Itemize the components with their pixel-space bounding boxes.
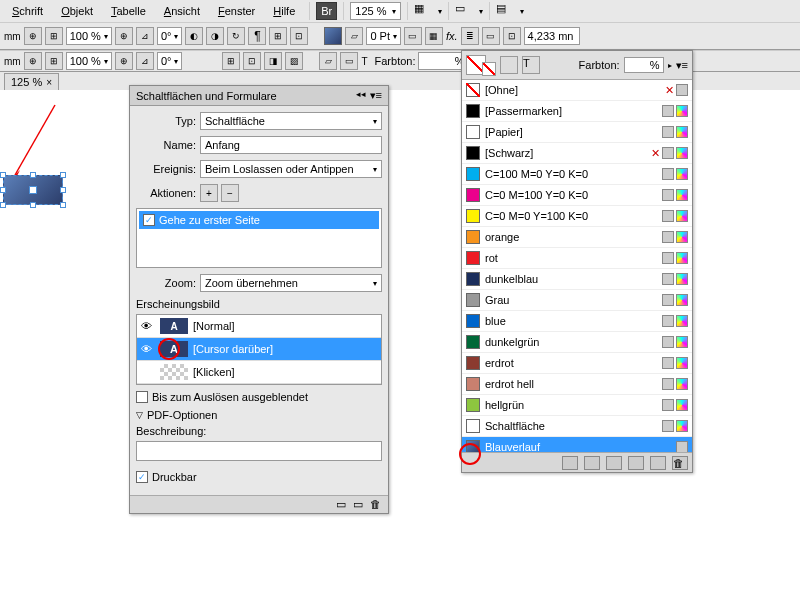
sw-footer-2[interactable] — [584, 456, 600, 470]
fill-swatch[interactable] — [324, 27, 342, 45]
remove-action-button[interactable]: − — [221, 184, 239, 202]
tool-icon-10[interactable]: ≣ — [461, 27, 479, 45]
typ-dropdown[interactable]: Schaltfläche▾ — [200, 112, 382, 130]
arrange-icon[interactable]: ▤ — [496, 2, 518, 20]
swatch-row[interactable]: erdrot — [462, 353, 692, 374]
button-object[interactable]: A — [3, 175, 63, 205]
tint-value[interactable]: % — [624, 57, 664, 73]
swatch-row[interactable]: Grau — [462, 290, 692, 311]
swatch-row[interactable]: erdrot hell — [462, 374, 692, 395]
tool-b10[interactable]: ▭ — [340, 52, 358, 70]
action-checkbox[interactable]: ✓ — [143, 214, 155, 226]
tool-icon-11[interactable]: ▭ — [482, 27, 500, 45]
swatch-row[interactable]: Schaltfläche — [462, 416, 692, 437]
swatches-list[interactable]: [Ohne]✕[Passermarken][Papier][Schwarz]✕C… — [462, 80, 692, 452]
tool-b5[interactable]: ⊞ — [222, 52, 240, 70]
menu-tabelle[interactable]: Tabelle — [103, 2, 154, 20]
state-click[interactable]: [Klicken] — [137, 361, 381, 384]
swatch-row[interactable]: [Passermarken] — [462, 101, 692, 122]
tool-icon-1[interactable]: ⊞ — [45, 27, 63, 45]
menu-ansicht[interactable]: Ansicht — [156, 2, 208, 20]
link-icon-2[interactable]: ⊕ — [115, 27, 133, 45]
link-icon[interactable]: ⊕ — [24, 27, 42, 45]
fx-icon[interactable]: fx. — [446, 30, 458, 42]
visibility-icon[interactable]: 👁 — [141, 343, 155, 355]
tool-b1[interactable]: ⊕ — [24, 52, 42, 70]
shear-field[interactable]: 0°▾ — [157, 52, 183, 70]
tool-icon-5[interactable]: ↻ — [227, 27, 245, 45]
tool-icon-2[interactable]: ⊿ — [136, 27, 154, 45]
swatch-hdr-btn1[interactable] — [500, 56, 518, 74]
name-input[interactable] — [200, 136, 382, 154]
swatch-hdr-btn2[interactable]: T — [522, 56, 540, 74]
hidden-checkbox[interactable] — [136, 391, 148, 403]
tool-b7[interactable]: ◨ — [264, 52, 282, 70]
tool-icon-7[interactable]: ⊡ — [290, 27, 308, 45]
close-tab-icon[interactable]: × — [46, 77, 52, 88]
footer-btn-2[interactable]: ▭ — [353, 498, 367, 512]
panel-menu-icon[interactable]: ▾≡ — [676, 59, 688, 72]
trash-icon[interactable]: 🗑 — [672, 456, 688, 470]
swatch-row[interactable]: orange — [462, 227, 692, 248]
druckbar-row[interactable]: ✓ Druckbar — [136, 471, 382, 483]
add-action-button[interactable]: + — [200, 184, 218, 202]
bridge-button[interactable]: Br — [316, 2, 337, 20]
new-swatch-icon[interactable] — [650, 456, 666, 470]
sw-footer-3[interactable] — [606, 456, 622, 470]
zoom-dropdown-panel[interactable]: Zoom übernehmen▾ — [200, 274, 382, 292]
panel-menu-icon[interactable]: ▾≡ — [370, 89, 382, 102]
footer-btn-1[interactable]: ▭ — [336, 498, 350, 512]
tool-icon-9[interactable]: ▦ — [425, 27, 443, 45]
sw-footer-1[interactable] — [562, 456, 578, 470]
scale-y-field[interactable]: 100 %▾ — [66, 52, 112, 70]
hidden-checkbox-row[interactable]: Bis zum Auslösen ausgeblendet — [136, 391, 382, 403]
rotate-field[interactable]: 0°▾ — [157, 27, 183, 45]
stroke-weight-field[interactable]: 0 Pt▾ — [366, 27, 401, 45]
swatch-row[interactable]: rot — [462, 248, 692, 269]
swatch-row[interactable]: Blauverlauf — [462, 437, 692, 452]
tool-icon-4[interactable]: ◑ — [206, 27, 224, 45]
screen-mode-icon[interactable]: ▭ — [455, 2, 477, 20]
scale-x-field[interactable]: 100 %▾ — [66, 27, 112, 45]
crop-icon[interactable]: ⊡ — [503, 27, 521, 45]
tool-b4[interactable]: ⊿ — [136, 52, 154, 70]
layout-icon[interactable]: ▦ — [414, 2, 436, 20]
menu-hilfe[interactable]: Hilfe — [265, 2, 303, 20]
visibility-icon[interactable]: 👁 — [141, 320, 155, 332]
panel-header[interactable]: Schaltflächen und Formulare ◂◂▾≡ — [130, 86, 388, 106]
trash-icon[interactable]: 🗑 — [370, 498, 384, 512]
tool-icon-6[interactable]: ⊞ — [269, 27, 287, 45]
tool-b2[interactable]: ⊞ — [45, 52, 63, 70]
beschreibung-input[interactable] — [136, 441, 382, 461]
swatch-row[interactable]: dunkelblau — [462, 269, 692, 290]
menu-fenster[interactable]: Fenster — [210, 2, 263, 20]
state-normal[interactable]: 👁 A [Normal] — [137, 315, 381, 338]
swatch-row[interactable]: dunkelgrün — [462, 332, 692, 353]
tool-icon-3[interactable]: ◐ — [185, 27, 203, 45]
ereignis-dropdown[interactable]: Beim Loslassen oder Antippen▾ — [200, 160, 382, 178]
swatch-row[interactable]: C=100 M=0 Y=0 K=0 — [462, 164, 692, 185]
swatch-row[interactable]: C=0 M=100 Y=0 K=0 — [462, 185, 692, 206]
type-icon[interactable]: T — [361, 56, 367, 67]
pdf-options-toggle[interactable]: ▽ PDF-Optionen — [136, 409, 382, 421]
stroke-swatch[interactable]: ▱ — [345, 27, 363, 45]
swatch-row[interactable]: [Ohne]✕ — [462, 80, 692, 101]
actions-list[interactable]: ✓ Gehe zu erster Seite — [136, 208, 382, 268]
panel-collapse-icon[interactable]: ◂◂ — [356, 89, 366, 102]
druckbar-checkbox[interactable]: ✓ — [136, 471, 148, 483]
swatch-row[interactable]: C=0 M=0 Y=100 K=0 — [462, 206, 692, 227]
swatch-row[interactable]: [Papier] — [462, 122, 692, 143]
stroke-none-swatch[interactable] — [482, 62, 496, 76]
zoom-dropdown[interactable]: 125 %▾ — [350, 2, 401, 20]
swatch-row[interactable]: hellgrün — [462, 395, 692, 416]
menu-objekt[interactable]: Objekt — [53, 2, 101, 20]
document-tab[interactable]: 125 % × — [4, 73, 59, 90]
menu-schrift[interactable]: Schrift — [4, 2, 51, 20]
state-hover[interactable]: 👁 A [Cursor darüber] — [137, 338, 381, 361]
swatch-row[interactable]: blue — [462, 311, 692, 332]
action-item[interactable]: ✓ Gehe zu erster Seite — [139, 211, 379, 229]
tool-b8[interactable]: ▨ — [285, 52, 303, 70]
tool-b9[interactable]: ▱ — [319, 52, 337, 70]
tool-b3[interactable]: ⊕ — [115, 52, 133, 70]
measure-field[interactable]: 4,233 mn — [524, 27, 580, 45]
